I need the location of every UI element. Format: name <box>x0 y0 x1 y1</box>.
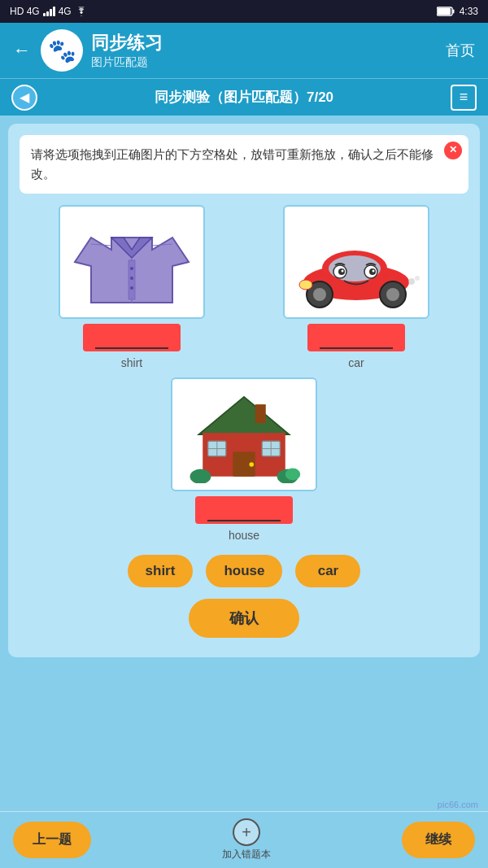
house-label: house <box>229 529 259 542</box>
confirm-button[interactable]: 确认 <box>189 599 299 638</box>
svg-point-19 <box>342 270 344 273</box>
carrier-label: HD 4G <box>10 6 40 17</box>
svg-point-9 <box>130 267 133 270</box>
header-main-title: 同步练习 <box>91 31 446 55</box>
svg-rect-2 <box>438 8 451 15</box>
home-button[interactable]: 首页 <box>446 41 475 60</box>
nav-back-button[interactable]: ◀ <box>11 85 37 111</box>
images-bottom-row: house <box>20 377 468 542</box>
shirt-svg <box>67 213 197 311</box>
svg-rect-29 <box>255 404 266 423</box>
menu-icon: ≡ <box>460 89 468 106</box>
svg-marker-28 <box>199 397 290 434</box>
close-instruction-button[interactable]: ✕ <box>444 142 462 159</box>
svg-point-26 <box>408 278 415 285</box>
house-answer-underline <box>207 520 281 521</box>
bottom-bar: 上一题 + 加入错题本 继续 <box>0 811 488 868</box>
house-item: house <box>171 377 317 542</box>
svg-point-11 <box>130 286 133 290</box>
confirm-area: 确认 <box>20 599 468 638</box>
app-logo: 🐾 <box>41 29 83 72</box>
car-image-box <box>283 205 429 319</box>
instruction-box: 请将选项拖拽到正确图片的下方空格处，放错可重新拖放，确认之后不能修改。 ✕ <box>20 135 468 194</box>
network-label: 4G <box>59 6 72 17</box>
house-svg <box>179 386 309 483</box>
svg-point-32 <box>249 462 254 467</box>
status-bar: HD 4G 4G 4:33 <box>0 0 488 23</box>
svg-point-24 <box>386 288 399 301</box>
word-chip-shirt[interactable]: shirt <box>128 555 194 587</box>
add-error-plus-icon: + <box>242 823 251 842</box>
continue-button[interactable]: 继续 <box>402 822 475 858</box>
svg-point-25 <box>299 280 312 290</box>
svg-point-10 <box>130 277 133 280</box>
add-error-circle-icon: + <box>233 818 260 846</box>
top-header: ← 🐾 同步练习 图片匹配题 首页 <box>0 23 488 78</box>
svg-point-41 <box>285 469 300 481</box>
car-item: car <box>283 205 429 369</box>
nav-title: 同步测验（图片匹配题）7/20 <box>37 88 451 107</box>
time-label: 4:33 <box>460 6 478 17</box>
car-answer-slot[interactable] <box>307 324 405 351</box>
house-answer-slot[interactable] <box>195 496 293 524</box>
header-sub-title: 图片匹配题 <box>91 55 446 70</box>
shirt-item: shirt <box>59 205 205 369</box>
wifi-icon <box>75 7 88 16</box>
svg-point-27 <box>415 276 420 281</box>
main-content: 请将选项拖拽到正确图片的下方空格处，放错可重新拖放，确认之后不能修改。 ✕ <box>8 124 480 657</box>
nav-bar: ◀ 同步测验（图片匹配题）7/20 ≡ <box>0 78 488 116</box>
car-svg <box>291 213 421 311</box>
word-choices: shirt house car <box>20 555 468 587</box>
status-left: HD 4G 4G <box>10 6 88 17</box>
instruction-text: 请将选项拖拽到正确图片的下方空格处，放错可重新拖放，确认之后不能修改。 <box>31 147 434 181</box>
paw-icon: 🐾 <box>48 37 76 64</box>
nav-menu-button[interactable]: ≡ <box>451 85 477 111</box>
word-chip-house[interactable]: house <box>206 555 282 587</box>
battery-icon <box>437 7 455 16</box>
shirt-answer-underline <box>95 347 168 349</box>
images-top-row: shirt <box>20 205 468 369</box>
images-grid: shirt <box>20 205 468 542</box>
car-answer-underline <box>320 347 393 349</box>
prev-question-button[interactable]: 上一题 <box>13 822 91 858</box>
add-error-label: 加入错题本 <box>222 848 271 861</box>
shirt-answer-slot[interactable] <box>83 324 181 351</box>
status-right: 4:33 <box>437 6 478 17</box>
shirt-label: shirt <box>121 356 142 369</box>
nav-back-icon: ◀ <box>20 89 29 105</box>
shirt-image-box <box>59 205 205 319</box>
signal-icon <box>43 7 55 16</box>
car-label: car <box>348 356 364 369</box>
house-image-box <box>171 377 317 491</box>
header-back-button[interactable]: ← <box>13 40 31 61</box>
svg-point-20 <box>373 270 375 273</box>
word-chip-car[interactable]: car <box>295 555 360 587</box>
header-title-block: 同步练习 图片匹配题 <box>91 31 446 70</box>
svg-point-22 <box>313 288 326 301</box>
watermark: pic66.com <box>438 800 478 809</box>
add-error-book-button[interactable]: + 加入错题本 <box>222 818 271 861</box>
svg-rect-1 <box>452 10 454 14</box>
